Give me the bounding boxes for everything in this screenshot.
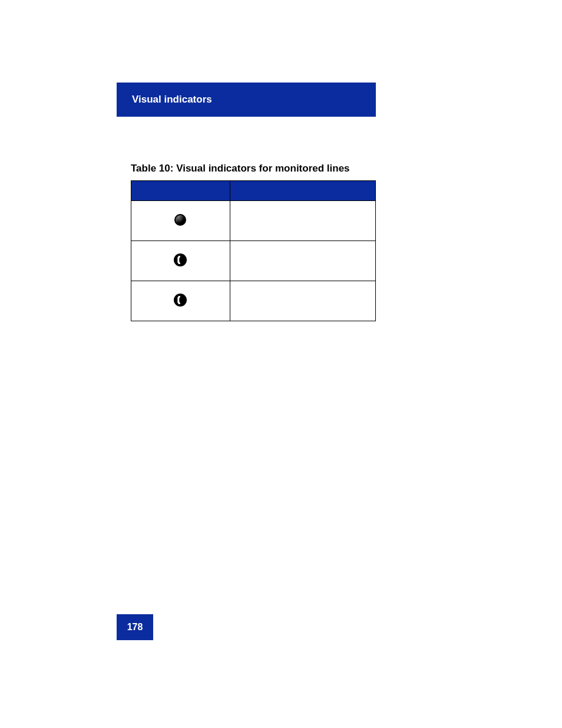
table-header-cell bbox=[230, 181, 375, 201]
table-row bbox=[131, 241, 376, 281]
table-cell-icon bbox=[131, 241, 230, 281]
table-row bbox=[131, 281, 376, 321]
page-number: 178 bbox=[127, 622, 143, 633]
section-header-bar: Visual indicators bbox=[117, 83, 376, 117]
table-cell-desc bbox=[230, 201, 375, 241]
table-caption: Table 10: Visual indicators for monitore… bbox=[131, 163, 350, 174]
section-header-title: Visual indicators bbox=[132, 94, 212, 106]
table-header-cell bbox=[131, 181, 230, 201]
table-cell-icon bbox=[131, 281, 230, 321]
phone-circle-icon bbox=[174, 294, 187, 307]
solid-circle-icon bbox=[174, 214, 186, 226]
phone-circle-icon bbox=[174, 253, 187, 266]
page-number-box: 178 bbox=[117, 614, 153, 640]
visual-indicators-table bbox=[131, 180, 376, 321]
table-cell-desc bbox=[230, 281, 375, 321]
table-row bbox=[131, 201, 376, 241]
table-cell-icon bbox=[131, 201, 230, 241]
table-header-row bbox=[131, 181, 376, 201]
table-cell-desc bbox=[230, 241, 375, 281]
